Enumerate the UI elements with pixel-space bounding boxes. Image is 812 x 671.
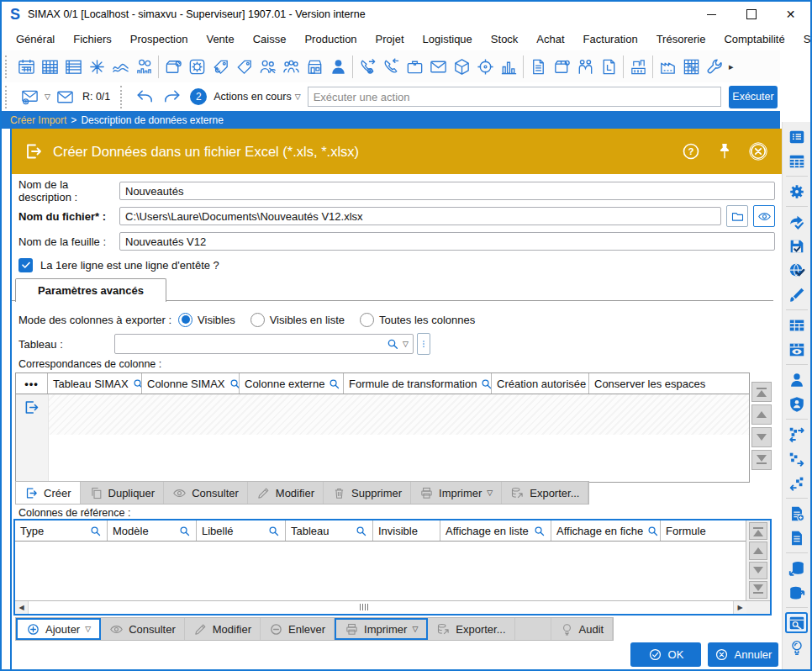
grid-icon[interactable] (38, 55, 61, 78)
supprimer-button[interactable]: Supprimer (324, 482, 411, 504)
toolbar-grip[interactable] (120, 86, 125, 108)
radio-label-toutes-les-colonnes[interactable]: Toutes les colonnes (379, 314, 475, 326)
handshake-icon[interactable] (573, 55, 597, 78)
menu-item-stock[interactable]: Stock (482, 33, 528, 45)
redo-icon[interactable] (160, 85, 183, 108)
mail-dropdown-arrow[interactable]: ▽ (45, 92, 50, 101)
column-header-libelle[interactable]: Libellé (197, 520, 286, 541)
list-icon[interactable] (61, 55, 85, 78)
column-header-creation-autorisee[interactable]: Création autorisée (492, 373, 589, 394)
chevron-down-icon[interactable]: ▽ (403, 340, 409, 348)
dropdown-arrow-icon[interactable]: ▽ (412, 625, 418, 633)
consulter-button[interactable]: Consulter (164, 482, 248, 504)
export-flow-icon[interactable] (785, 448, 808, 469)
new-row-area[interactable] (49, 394, 749, 435)
menu-item-prospection[interactable]: Prospection (121, 33, 198, 45)
menu-item-tresorerie[interactable]: Trésorerie (647, 33, 715, 45)
toolbar-grip[interactable] (5, 55, 10, 78)
menu-item-vente[interactable]: Vente (197, 33, 243, 45)
grid-x-icon[interactable] (679, 55, 703, 78)
exporter-button[interactable]: Exporter... (428, 618, 514, 640)
spark-icon[interactable] (85, 55, 108, 78)
column-header-formule-de-transformation[interactable]: Formule de transformation (344, 373, 492, 394)
search-icon[interactable] (229, 378, 240, 390)
package-icon[interactable] (550, 55, 573, 78)
column-header-conserver-les-espaces[interactable]: Conserver les espaces (589, 373, 749, 394)
ok-button[interactable]: OK (630, 642, 701, 667)
document-icon[interactable] (785, 527, 808, 548)
search-icon[interactable] (89, 525, 102, 537)
scrollbar-grip[interactable] (360, 604, 368, 610)
radio-label-visibles[interactable]: Visibles (198, 314, 235, 326)
browse-folder-button[interactable] (726, 205, 748, 227)
column-header-affichage-en-fiche[interactable]: Affichage en fiche (551, 520, 661, 541)
close-form-icon[interactable] (748, 141, 768, 161)
help-icon[interactable] (681, 141, 701, 161)
tableau-options-button[interactable] (417, 333, 430, 355)
column-header-modele[interactable]: Modèle (108, 520, 197, 541)
user-filled-icon[interactable] (326, 55, 350, 78)
creer-button[interactable]: Créer (16, 482, 81, 504)
search-icon[interactable] (646, 525, 659, 537)
table-columns-icon[interactable] (785, 314, 808, 336)
close-button[interactable]: ✕ (771, 2, 810, 27)
modifier-button[interactable]: Modifier (185, 618, 261, 640)
database-export-icon[interactable] (785, 582, 808, 603)
search-icon[interactable] (267, 525, 280, 537)
register-icon[interactable] (626, 55, 650, 78)
doc-l-icon[interactable] (597, 55, 620, 78)
scroll-left-button[interactable]: ◀ (15, 601, 29, 614)
calendar-icon[interactable] (14, 55, 38, 78)
store-icon[interactable] (303, 55, 326, 78)
scroll-up-button[interactable] (751, 404, 772, 425)
new-mail-icon[interactable] (18, 85, 41, 108)
user-icon[interactable] (785, 369, 808, 390)
table-view-icon[interactable] (785, 151, 808, 172)
menu-item-comptabilite[interactable]: Comptabilité (714, 33, 794, 45)
minimize-button[interactable] (692, 2, 731, 27)
menu-item-logistique[interactable]: Logistique (414, 33, 482, 45)
sheet-name-input[interactable] (119, 232, 775, 251)
search-icon[interactable] (533, 525, 546, 537)
box-gear-icon[interactable] (161, 55, 185, 78)
column-header-formule[interactable]: Formule (661, 520, 746, 541)
users-trio-icon[interactable] (279, 55, 303, 78)
scroll-down-button[interactable] (749, 562, 767, 579)
database-import-icon[interactable] (785, 557, 808, 579)
radio-label-visibles-en-liste[interactable]: Visibles en liste (270, 314, 345, 326)
gear-square-icon[interactable] (185, 55, 208, 78)
phone-add-icon[interactable] (356, 55, 379, 78)
scrollbar-track[interactable] (29, 601, 733, 614)
maximize-button[interactable] (731, 2, 771, 27)
preview-file-button[interactable] (753, 205, 775, 227)
menu-item-fichiers[interactable]: Fichiers (64, 33, 121, 45)
wave-chart-icon[interactable] (108, 55, 132, 78)
ajouter-button[interactable]: Ajouter▽ (16, 618, 101, 640)
menu-item-achat[interactable]: Achat (527, 33, 573, 45)
save-check-icon[interactable] (785, 235, 808, 256)
consulter-button[interactable]: Consulter (101, 618, 185, 640)
scroll-last-button[interactable] (751, 450, 772, 470)
column-header-tableau[interactable]: Tableau (286, 520, 373, 541)
search-icon[interactable] (132, 378, 142, 390)
radio-toutes-les-colonnes[interactable] (360, 313, 374, 327)
mail-icon[interactable] (426, 55, 450, 78)
menu-item-projet[interactable]: Projet (366, 33, 414, 45)
column-header-type[interactable]: Type (15, 520, 108, 541)
tableau-input[interactable] (119, 337, 382, 351)
mail-icon[interactable] (54, 85, 77, 108)
reference-table-body[interactable] (15, 542, 746, 600)
exchange-both-icon[interactable] (785, 424, 808, 445)
column-header-invisible[interactable]: Invisible (373, 520, 440, 541)
scroll-up-button[interactable] (749, 542, 767, 559)
imprimer-button[interactable]: Imprimer▽ (411, 482, 502, 504)
chart-bars-icon[interactable] (497, 55, 520, 78)
validate-action-icon[interactable] (785, 211, 808, 232)
scroll-down-button[interactable] (751, 427, 772, 447)
cube-icon[interactable] (450, 55, 473, 78)
exporter-button[interactable]: Exporter... (502, 482, 588, 504)
cancel-button[interactable]: Annuler (708, 642, 778, 667)
column-header-colonne-simax[interactable]: Colonne SIMAX (142, 373, 240, 394)
target-icon[interactable] (473, 55, 497, 78)
scroll-first-button[interactable] (751, 382, 772, 402)
